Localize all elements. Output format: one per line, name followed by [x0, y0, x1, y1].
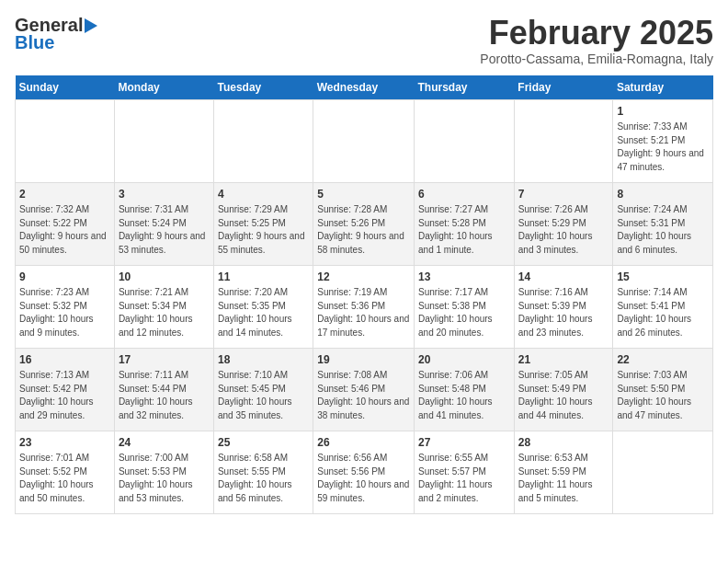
calendar-cell [213, 99, 313, 182]
calendar-cell: 28Sunrise: 6:53 AM Sunset: 5:59 PM Dayli… [514, 431, 613, 513]
day-info: Sunrise: 7:17 AM Sunset: 5:38 PM Dayligh… [418, 286, 510, 339]
calendar-cell [313, 99, 415, 182]
day-number: 14 [518, 270, 609, 285]
day-number: 27 [418, 435, 510, 451]
week-row-3: 9Sunrise: 7:23 AM Sunset: 5:32 PM Daylig… [16, 265, 713, 348]
col-wednesday: Wednesday [313, 75, 415, 100]
day-number: 13 [418, 270, 510, 285]
calendar-cell [514, 99, 613, 182]
day-info: Sunrise: 7:16 AM Sunset: 5:39 PM Dayligh… [518, 286, 609, 339]
day-info: Sunrise: 7:24 AM Sunset: 5:31 PM Dayligh… [617, 203, 709, 257]
calendar-cell: 2Sunrise: 7:32 AM Sunset: 5:22 PM Daylig… [16, 182, 115, 265]
col-sunday: Sunday [16, 75, 115, 100]
calendar-cell: 20Sunrise: 7:06 AM Sunset: 5:48 PM Dayli… [415, 348, 515, 431]
day-number: 2 [19, 187, 110, 202]
day-number: 19 [317, 352, 410, 368]
logo-arrow-icon [85, 18, 97, 33]
day-number: 12 [317, 270, 410, 285]
day-number: 7 [518, 187, 609, 202]
day-info: Sunrise: 7:26 AM Sunset: 5:29 PM Dayligh… [518, 203, 609, 257]
calendar-cell: 27Sunrise: 6:55 AM Sunset: 5:57 PM Dayli… [415, 431, 515, 513]
calendar-cell: 11Sunrise: 7:20 AM Sunset: 5:35 PM Dayli… [213, 265, 313, 348]
day-info: Sunrise: 6:55 AM Sunset: 5:57 PM Dayligh… [418, 452, 510, 505]
day-number: 21 [518, 352, 609, 368]
day-info: Sunrise: 7:13 AM Sunset: 5:42 PM Dayligh… [19, 369, 110, 422]
day-info: Sunrise: 7:03 AM Sunset: 5:50 PM Dayligh… [617, 369, 709, 422]
calendar-cell: 22Sunrise: 7:03 AM Sunset: 5:50 PM Dayli… [613, 348, 713, 431]
calendar-cell: 17Sunrise: 7:11 AM Sunset: 5:44 PM Dayli… [114, 348, 213, 431]
calendar-cell [613, 431, 713, 513]
day-number: 5 [317, 187, 410, 202]
calendar-cell [415, 99, 515, 182]
day-number: 4 [218, 187, 309, 202]
calendar-cell: 12Sunrise: 7:19 AM Sunset: 5:36 PM Dayli… [313, 265, 415, 348]
col-monday: Monday [114, 75, 213, 100]
calendar-cell: 3Sunrise: 7:31 AM Sunset: 5:24 PM Daylig… [114, 182, 213, 265]
calendar-cell: 10Sunrise: 7:21 AM Sunset: 5:34 PM Dayli… [114, 265, 213, 348]
calendar-cell: 23Sunrise: 7:01 AM Sunset: 5:52 PM Dayli… [16, 431, 115, 513]
day-info: Sunrise: 7:21 AM Sunset: 5:34 PM Dayligh… [119, 286, 210, 339]
calendar-cell: 18Sunrise: 7:10 AM Sunset: 5:45 PM Dayli… [213, 348, 313, 431]
day-number: 22 [617, 352, 709, 368]
logo: General Blue [15, 15, 97, 53]
day-info: Sunrise: 7:28 AM Sunset: 5:26 PM Dayligh… [317, 203, 410, 257]
calendar-cell [16, 99, 115, 182]
week-row-2: 2Sunrise: 7:32 AM Sunset: 5:22 PM Daylig… [16, 182, 713, 265]
calendar-cell: 21Sunrise: 7:05 AM Sunset: 5:49 PM Dayli… [514, 348, 613, 431]
day-number: 20 [418, 352, 510, 368]
calendar-cell: 24Sunrise: 7:00 AM Sunset: 5:53 PM Dayli… [114, 431, 213, 513]
calendar-header-row: Sunday Monday Tuesday Wednesday Thursday… [16, 75, 713, 100]
calendar-cell: 13Sunrise: 7:17 AM Sunset: 5:38 PM Dayli… [415, 265, 515, 348]
day-info: Sunrise: 7:10 AM Sunset: 5:45 PM Dayligh… [218, 369, 309, 422]
day-info: Sunrise: 7:05 AM Sunset: 5:49 PM Dayligh… [518, 369, 609, 422]
calendar-subtitle: Porotto-Cassama, Emilia-Romagna, Italy [480, 52, 713, 66]
calendar-cell: 26Sunrise: 6:56 AM Sunset: 5:56 PM Dayli… [313, 431, 415, 513]
calendar-cell: 6Sunrise: 7:27 AM Sunset: 5:28 PM Daylig… [415, 182, 515, 265]
day-number: 10 [119, 270, 210, 285]
calendar-title: February 2025 [480, 15, 713, 52]
day-info: Sunrise: 7:00 AM Sunset: 5:53 PM Dayligh… [119, 452, 210, 505]
day-info: Sunrise: 7:08 AM Sunset: 5:46 PM Dayligh… [317, 369, 410, 422]
day-number: 9 [19, 270, 110, 285]
day-info: Sunrise: 7:33 AM Sunset: 5:21 PM Dayligh… [617, 121, 709, 174]
day-number: 26 [317, 435, 410, 451]
day-number: 11 [218, 270, 309, 285]
day-number: 6 [418, 187, 510, 202]
col-tuesday: Tuesday [213, 75, 313, 100]
calendar-cell: 14Sunrise: 7:16 AM Sunset: 5:39 PM Dayli… [514, 265, 613, 348]
day-info: Sunrise: 7:14 AM Sunset: 5:41 PM Dayligh… [617, 286, 709, 339]
day-number: 15 [617, 270, 709, 285]
day-number: 1 [617, 104, 709, 120]
day-info: Sunrise: 7:29 AM Sunset: 5:25 PM Dayligh… [218, 203, 309, 257]
calendar-cell [114, 99, 213, 182]
calendar-cell: 15Sunrise: 7:14 AM Sunset: 5:41 PM Dayli… [613, 265, 713, 348]
day-number: 28 [518, 435, 609, 451]
day-info: Sunrise: 7:20 AM Sunset: 5:35 PM Dayligh… [218, 286, 309, 339]
calendar-cell: 5Sunrise: 7:28 AM Sunset: 5:26 PM Daylig… [313, 182, 415, 265]
logo-text-blue: Blue [15, 32, 54, 53]
day-info: Sunrise: 7:19 AM Sunset: 5:36 PM Dayligh… [317, 286, 410, 339]
day-info: Sunrise: 7:06 AM Sunset: 5:48 PM Dayligh… [418, 369, 510, 422]
calendar-cell: 8Sunrise: 7:24 AM Sunset: 5:31 PM Daylig… [613, 182, 713, 265]
day-number: 17 [119, 352, 210, 368]
day-number: 24 [119, 435, 210, 451]
day-info: Sunrise: 6:53 AM Sunset: 5:59 PM Dayligh… [518, 452, 609, 505]
day-number: 8 [617, 187, 709, 202]
col-thursday: Thursday [415, 75, 515, 100]
day-number: 25 [218, 435, 309, 451]
day-info: Sunrise: 7:23 AM Sunset: 5:32 PM Dayligh… [19, 286, 110, 339]
day-info: Sunrise: 6:56 AM Sunset: 5:56 PM Dayligh… [317, 452, 410, 505]
week-row-1: 1Sunrise: 7:33 AM Sunset: 5:21 PM Daylig… [16, 99, 713, 182]
day-info: Sunrise: 7:11 AM Sunset: 5:44 PM Dayligh… [119, 369, 210, 422]
day-info: Sunrise: 6:58 AM Sunset: 5:55 PM Dayligh… [218, 452, 309, 505]
day-info: Sunrise: 7:01 AM Sunset: 5:52 PM Dayligh… [19, 452, 110, 505]
day-number: 3 [119, 187, 210, 202]
day-info: Sunrise: 7:31 AM Sunset: 5:24 PM Dayligh… [119, 203, 210, 257]
week-row-4: 16Sunrise: 7:13 AM Sunset: 5:42 PM Dayli… [16, 348, 713, 431]
calendar-cell: 9Sunrise: 7:23 AM Sunset: 5:32 PM Daylig… [16, 265, 115, 348]
day-number: 23 [19, 435, 110, 451]
day-number: 18 [218, 352, 309, 368]
calendar-cell: 7Sunrise: 7:26 AM Sunset: 5:29 PM Daylig… [514, 182, 613, 265]
day-info: Sunrise: 7:32 AM Sunset: 5:22 PM Dayligh… [19, 203, 110, 257]
col-saturday: Saturday [613, 75, 713, 100]
